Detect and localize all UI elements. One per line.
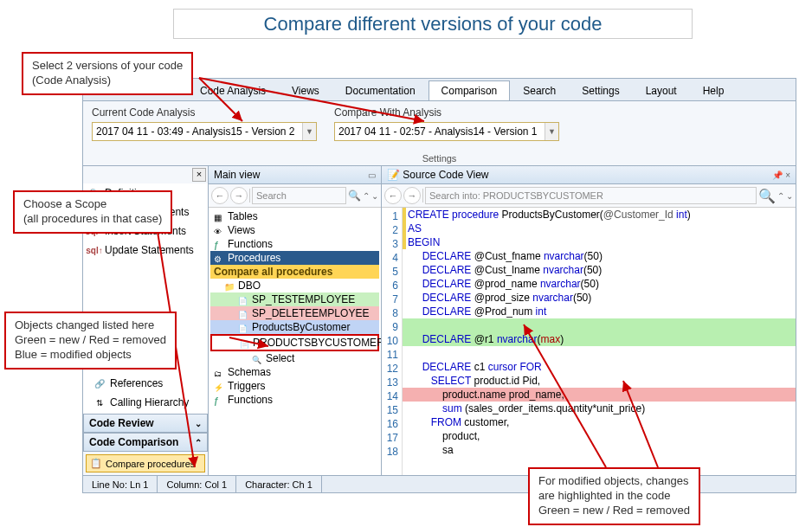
code-comparison-section[interactable]: Code Comparison⌃ xyxy=(83,433,208,452)
table-icon xyxy=(214,211,224,222)
source-code-header: 📝 Source Code View 📌× xyxy=(382,166,796,184)
back-button[interactable]: ← xyxy=(384,187,402,204)
app-window: Code AnalysisViewsDocumentationCompariso… xyxy=(82,78,796,493)
current-analysis-combo[interactable]: 2017 04 11 - 03:49 - Analysis15 - Versio… xyxy=(92,122,317,141)
status-char: Character: Ch 1 xyxy=(236,476,322,492)
code-line: DECLARE @Prod_num int xyxy=(403,305,796,318)
code-line: DECLARE @Cust_lname nvarchar(50) xyxy=(403,263,796,277)
tree-item-procedures[interactable]: Procedures xyxy=(210,251,379,265)
code-toolbar: ← → Search into: PRODUCTSBYCUSTOMER 🔍 ⌃ … xyxy=(382,184,796,208)
tree-item-functions[interactable]: Functions xyxy=(210,237,379,251)
tree-item-views[interactable]: Views xyxy=(210,223,379,237)
code-line: DECLARE @Cust_fname nvarchar(50) xyxy=(403,249,796,263)
menu-tab-search[interactable]: Search xyxy=(510,80,569,100)
chevron-down-icon: ⌄ xyxy=(195,419,202,428)
sp-icon xyxy=(238,308,248,318)
expand-icon[interactable]: ⌃ xyxy=(777,191,784,201)
main-view-panel: Main view ▭ ← → Search 🔍 ⌃ ⌄ TablesViews… xyxy=(209,166,382,475)
callout-objects-changed: Objects changed listed here Green = new … xyxy=(4,312,177,370)
menu-tab-settings[interactable]: Settings xyxy=(569,80,632,100)
callout-select-versions: Select 2 versions of your code (Code Ana… xyxy=(22,52,193,95)
close-icon[interactable]: × xyxy=(785,170,790,180)
line-gutter: 123456789101112131415161718 xyxy=(382,208,403,475)
forward-button[interactable]: → xyxy=(403,187,421,204)
code-line: sa xyxy=(403,443,796,457)
chevron-up-icon: ⌃ xyxy=(195,438,202,447)
source-code-panel: 📝 Source Code View 📌× ← → Search into: P… xyxy=(382,166,796,475)
tree-item-productsbycustomer[interactable]: ProductsByCustomer xyxy=(210,320,379,334)
chevron-down-icon[interactable]: ▼ xyxy=(302,123,316,140)
hierarchy-icon: ⇅ xyxy=(93,396,106,408)
tree-item-productsbycustomer[interactable]: PRODUCTSBYCUSTOMER xyxy=(210,334,379,351)
main-view-toolbar: ← → Search 🔍 ⌃ ⌄ xyxy=(209,184,381,208)
code-line: DECLARE @prod_size nvarchar(50) xyxy=(403,291,796,305)
collapse-icon[interactable]: ⌄ xyxy=(371,191,378,201)
compare-analysis-combo[interactable]: 2017 04 11 - 02:57 - Analysis14 - Versio… xyxy=(334,122,559,141)
callout-choose-scope: Choose a Scope (all procedures in that c… xyxy=(13,190,172,234)
view-icon xyxy=(214,225,224,235)
code-line: DECLARE @r1 nvarchar(max) xyxy=(403,332,796,346)
pin-icon[interactable]: 📌 xyxy=(772,170,783,180)
tree-search-input[interactable]: Search xyxy=(252,187,346,204)
folder-icon xyxy=(224,280,235,291)
code-line xyxy=(403,318,796,332)
search-icon[interactable]: 🔍 xyxy=(758,188,776,204)
tree-item-schemas[interactable]: Schemas xyxy=(210,365,379,379)
menu-tab-layout[interactable]: Layout xyxy=(633,80,690,100)
search-icon[interactable]: 🔍 xyxy=(348,190,361,202)
sp-icon xyxy=(238,322,248,332)
status-column: Column: Col 1 xyxy=(158,476,236,492)
tree-item-functions[interactable]: Functions xyxy=(210,393,379,407)
code-line: product.name prod_name, xyxy=(403,388,796,402)
sql-icon: sql↑ xyxy=(88,244,100,256)
hierarchy-item[interactable]: ⇅Calling Hierarchy xyxy=(88,393,203,412)
menu-tab-comparison[interactable]: Comparison xyxy=(429,80,511,100)
fn-icon xyxy=(214,239,224,249)
code-line: AS xyxy=(403,222,796,235)
code-line: CREATE procedure ProductsByCustomer(@Cus… xyxy=(403,208,796,222)
code-search-input[interactable]: Search into: PRODUCTSBYCUSTOMER xyxy=(425,187,757,204)
ribbon-group-caption: Settings xyxy=(83,145,796,166)
compare-icon: 📋 xyxy=(90,458,102,469)
tree-item-select[interactable]: Select xyxy=(210,351,379,365)
code-review-section[interactable]: Code Review⌄ xyxy=(83,414,208,433)
code-line: product, xyxy=(403,429,796,443)
references-icon: 🔗 xyxy=(93,377,106,389)
tree-item-tables[interactable]: Tables xyxy=(210,209,379,223)
menu-tab-documentation[interactable]: Documentation xyxy=(332,80,429,100)
page-title: Compare different versions of your code xyxy=(173,9,693,39)
compare-procedures-button[interactable]: 📋Compare procedures xyxy=(86,454,205,472)
tree-item-sp_deleteemployee[interactable]: SP_DELETEEMPLOYEE xyxy=(210,306,379,320)
tree-item-triggers[interactable]: Triggers xyxy=(210,379,379,393)
sp-icon xyxy=(238,294,248,305)
menu-tab-code-analysis[interactable]: Code Analysis xyxy=(187,80,279,100)
proc-icon xyxy=(214,253,224,263)
back-button[interactable]: ← xyxy=(211,187,229,204)
code-icon: 📝 xyxy=(387,169,400,181)
code-line xyxy=(403,346,796,360)
menu-tab-help[interactable]: Help xyxy=(690,80,738,100)
compare-analysis-label: Compare With Analysis xyxy=(334,106,559,119)
sel-icon xyxy=(252,353,262,363)
code-line: DECLARE @prod_name nvarchar(50) xyxy=(403,277,796,291)
tree-item-dbo[interactable]: DBO xyxy=(210,279,379,292)
main-view-header: Main view ▭ xyxy=(209,166,381,184)
schema-icon xyxy=(214,367,224,377)
menu-tab-views[interactable]: Views xyxy=(279,80,332,100)
code-editor[interactable]: 123456789101112131415161718 CREATE proce… xyxy=(382,208,796,475)
tree-item-sp_testemployee[interactable]: SP_TESTEMPLOYEE xyxy=(210,292,379,306)
expand-icon[interactable]: ⌃ xyxy=(363,191,370,201)
fn-icon xyxy=(214,395,224,405)
side-item-update-statements[interactable]: sql↑Update Statements xyxy=(83,241,208,260)
chevron-down-icon[interactable]: ▼ xyxy=(545,123,558,140)
collapse-icon[interactable]: ⌄ xyxy=(786,191,793,201)
forward-button[interactable]: → xyxy=(230,187,248,204)
trig-icon xyxy=(214,381,224,391)
code-line: sum (sales_order_items.quantity*unit_pri… xyxy=(403,402,796,415)
references-item[interactable]: 🔗References xyxy=(88,374,203,393)
tree-item-compare-all-procedures[interactable]: Compare all procedures xyxy=(210,265,379,279)
maximize-icon[interactable]: ▭ xyxy=(368,170,376,180)
sp-icon xyxy=(240,337,249,348)
callout-highlights: For modified objects, changes are highli… xyxy=(528,467,700,525)
close-icon[interactable]: × xyxy=(192,168,206,182)
